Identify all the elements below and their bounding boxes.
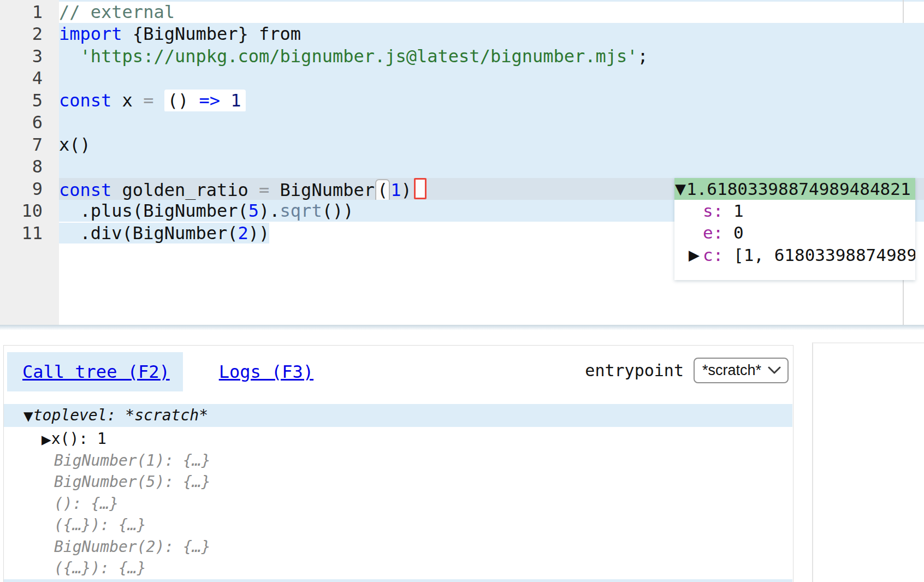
collapse-triangle-icon[interactable]: ▼ xyxy=(23,409,33,423)
code-token: ( xyxy=(377,180,388,200)
code-token: 1 xyxy=(390,180,401,200)
code-token: ). xyxy=(259,200,280,221)
code-token: .div(BigNumber( xyxy=(59,223,238,244)
call-tree-row[interactable]: BigNumber(1): {…} xyxy=(4,450,792,472)
call-tree-row-label: toplevel: *scratch* xyxy=(33,406,208,424)
code-token: )) xyxy=(248,223,270,244)
code-token: 5 xyxy=(248,200,259,221)
line-number: 10 xyxy=(0,200,43,222)
tab-logs[interactable]: Logs (F3) xyxy=(204,352,327,391)
code-token: // external xyxy=(59,2,175,22)
call-tree-row[interactable]: ▼toplevel: *scratch* xyxy=(4,404,792,427)
code-line[interactable] xyxy=(59,111,924,133)
object-entry-row[interactable]: e: 0 xyxy=(674,222,915,244)
call-tree-row[interactable]: BigNumber(2): {…} xyxy=(4,536,792,558)
value-explorer-popup: ▼1.61803398874989484821s: 1e: 0▶c: [1, 6… xyxy=(674,178,915,280)
entrypoint-selected-value: *scratch* xyxy=(702,362,761,379)
code-token: = xyxy=(259,180,269,200)
code-token xyxy=(188,90,199,111)
line-number: 7 xyxy=(0,134,43,156)
code-token: 'https://unpkg.com/bignumber.js@latest/b… xyxy=(80,46,638,67)
code-token: {BigNumber} from xyxy=(122,23,301,44)
chevron-down-icon xyxy=(768,366,781,375)
code-token: ) xyxy=(401,180,412,200)
code-token: () xyxy=(168,90,189,111)
code-token: => xyxy=(199,90,220,111)
line-number: 3 xyxy=(0,45,43,67)
details-pane xyxy=(812,342,924,582)
code-token: import xyxy=(59,23,122,44)
line-number: 5 xyxy=(0,90,43,111)
code-token: 2 xyxy=(238,223,248,244)
function-literal-highlight: () => 1 xyxy=(164,90,246,112)
call-tree-row-label: (): {…} xyxy=(54,495,119,513)
expand-triangle-icon[interactable]: ▶ xyxy=(42,432,51,447)
call-tree-row[interactable]: ▶x(): 1 xyxy=(4,428,792,450)
cursor xyxy=(414,178,427,199)
executed-text-highlight: .div(BigNumber(2)) xyxy=(59,223,269,244)
app-window: 1234567891011 // externalimport {BigNumb… xyxy=(0,0,924,582)
code-token: .plus(BigNumber( xyxy=(59,200,248,221)
code-token: sqrt xyxy=(280,200,322,221)
code-token: 1 xyxy=(230,90,241,111)
object-key: s: xyxy=(703,201,723,221)
tab-label[interactable]: Call tree (F2) xyxy=(22,361,170,382)
entrypoint-label: entrypoint xyxy=(585,361,684,380)
object-entry-row[interactable]: ▶c: [1, 61803398874989 xyxy=(674,244,915,266)
line-number: 11 xyxy=(0,222,43,244)
code-line[interactable]: 'https://unpkg.com/bignumber.js@latest/b… xyxy=(59,45,924,67)
call-tree-row[interactable]: ({…}): {…} xyxy=(4,514,792,536)
line-number: 9 xyxy=(0,178,43,200)
code-editor[interactable]: 1234567891011 // externalimport {BigNumb… xyxy=(0,0,924,325)
line-number: 4 xyxy=(0,67,43,89)
code-token: x xyxy=(111,90,143,111)
code-token xyxy=(59,46,80,67)
call-tree-row-label: ({…}): {…} xyxy=(54,559,146,577)
code-line[interactable]: import {BigNumber} from xyxy=(59,23,924,45)
code-token: const xyxy=(59,180,111,200)
call-tree-row-label: ({…}): {…} xyxy=(54,516,146,534)
call-tree-row-label: BigNumber(5): {…} xyxy=(54,473,211,491)
code-token: ; xyxy=(638,46,648,67)
object-value: [1, 61803398874989 xyxy=(723,245,915,265)
call-tree-row-label: x(): 1 xyxy=(51,430,106,448)
code-line[interactable]: const x = () => 1 xyxy=(59,90,924,111)
line-number: 6 xyxy=(0,111,43,133)
code-token xyxy=(153,90,164,111)
object-value: 1.61803398874989484821 xyxy=(686,179,911,199)
entrypoint-group: entrypoint *scratch* xyxy=(585,358,789,383)
line-number: 2 xyxy=(0,23,43,45)
call-tree-partial-row xyxy=(4,579,792,582)
collapse-triangle-icon[interactable]: ▼ xyxy=(675,178,686,200)
object-entry-row[interactable]: s: 1 xyxy=(674,200,915,222)
object-value: 1 xyxy=(723,201,743,221)
code-line[interactable]: x() xyxy=(59,134,924,156)
object-key: c: xyxy=(703,245,723,265)
code-token: = xyxy=(143,90,153,111)
line-number: 1 xyxy=(0,1,43,23)
code-token: ()) xyxy=(322,200,354,221)
line-number: 8 xyxy=(0,156,43,177)
selected-value-row[interactable]: ▼1.61803398874989484821 xyxy=(674,178,915,200)
call-tree-row[interactable]: (): {…} xyxy=(4,493,792,515)
code-line[interactable] xyxy=(59,156,924,177)
bracket-match-highlight: ( xyxy=(375,179,390,203)
code-line[interactable]: // external xyxy=(59,1,924,23)
call-tree-row-label: BigNumber(2): {…} xyxy=(54,538,211,556)
call-tree-row-label: BigNumber(1): {…} xyxy=(54,452,211,470)
editor-bottom-shadow xyxy=(0,325,924,330)
code-line[interactable] xyxy=(59,67,924,89)
panel-tabs: Call tree (F2)Logs (F3) xyxy=(7,352,327,391)
object-value: 0 xyxy=(723,223,743,242)
expand-triangle-icon[interactable]: ▶ xyxy=(689,244,700,266)
call-tree-row[interactable]: BigNumber(5): {…} xyxy=(4,471,792,493)
line-number-gutter: 1234567891011 xyxy=(0,0,59,325)
entrypoint-select[interactable]: *scratch* xyxy=(694,358,789,383)
code-token xyxy=(220,90,230,111)
object-key: e: xyxy=(703,223,723,242)
tab-label[interactable]: Logs (F3) xyxy=(219,361,313,382)
code-token: x() xyxy=(59,134,91,155)
tab-call-tree[interactable]: Call tree (F2) xyxy=(7,352,183,391)
code-token: const xyxy=(59,90,111,111)
call-tree-row[interactable]: ({…}): {…} xyxy=(4,557,792,579)
